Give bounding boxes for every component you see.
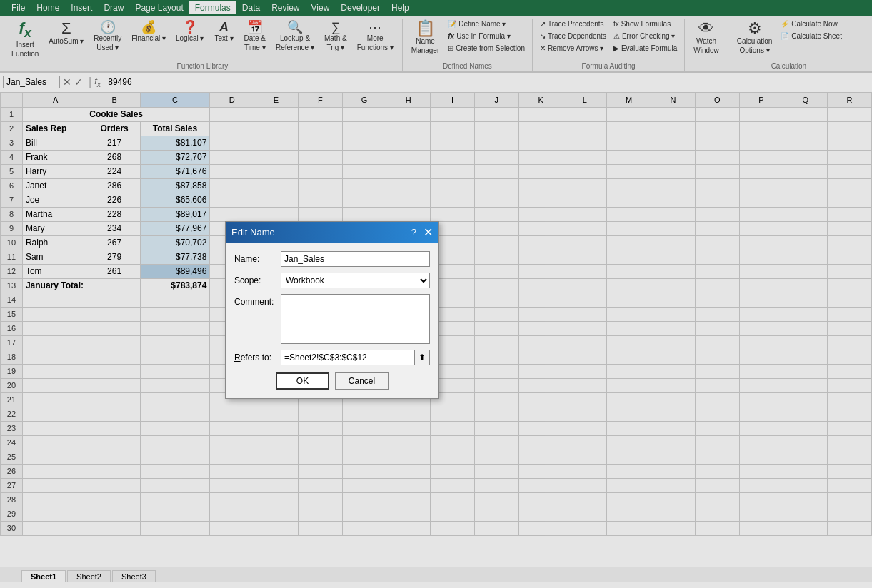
cell-R8[interactable] <box>828 207 872 221</box>
cell-E22[interactable] <box>254 407 299 421</box>
cell-K12[interactable] <box>518 264 563 278</box>
cell-L24[interactable] <box>563 435 607 450</box>
cell-N19[interactable] <box>651 364 696 378</box>
cell-E8[interactable] <box>254 207 299 221</box>
cell-Q7[interactable] <box>783 193 828 207</box>
cell-B26[interactable] <box>89 464 140 478</box>
cell-R21[interactable] <box>828 392 872 407</box>
cell-A16[interactable] <box>22 321 89 335</box>
cell-D27[interactable] <box>210 478 254 492</box>
row-num-14[interactable]: 14 <box>1 293 23 307</box>
cell-D7[interactable] <box>210 193 254 207</box>
cell-K1[interactable] <box>518 107 563 121</box>
cell-N11[interactable] <box>651 250 696 264</box>
cell-B28[interactable] <box>89 492 140 507</box>
cell-M13[interactable] <box>607 278 651 293</box>
col-header-c[interactable]: C <box>140 93 210 107</box>
row-num-5[interactable]: 5 <box>1 164 23 178</box>
cell-I25[interactable] <box>431 450 475 464</box>
cell-C20[interactable] <box>140 378 210 392</box>
cell-L10[interactable] <box>563 235 607 250</box>
cell-B14[interactable] <box>89 293 140 307</box>
cell-D5[interactable] <box>210 164 254 178</box>
cell-C2[interactable]: Total Sales <box>140 121 210 136</box>
cell-Q9[interactable] <box>783 221 828 235</box>
cell-M22[interactable] <box>607 407 651 421</box>
cell-N29[interactable] <box>651 507 696 521</box>
cell-Q5[interactable] <box>783 164 828 178</box>
cell-K23[interactable] <box>518 421 563 435</box>
cell-F24[interactable] <box>298 435 342 450</box>
row-num-10[interactable]: 10 <box>1 235 23 250</box>
cell-Q24[interactable] <box>783 435 828 450</box>
cell-C12[interactable]: $89,496 <box>140 264 210 278</box>
cell-A11[interactable]: Sam <box>22 250 89 264</box>
cell-M20[interactable] <box>607 378 651 392</box>
cell-H26[interactable] <box>386 464 431 478</box>
cell-K21[interactable] <box>518 392 563 407</box>
sheet-tab-3[interactable]: Sheet3 <box>112 570 156 582</box>
cell-M5[interactable] <box>607 164 651 178</box>
text-button[interactable]: A Text ▾ <box>209 19 238 45</box>
cell-C21[interactable] <box>140 392 210 407</box>
cell-N6[interactable] <box>651 178 696 193</box>
cell-N7[interactable] <box>651 193 696 207</box>
modal-refers-input[interactable] <box>281 350 414 365</box>
row-num-8[interactable]: 8 <box>1 207 23 221</box>
cell-E23[interactable] <box>254 421 299 435</box>
cell-R6[interactable] <box>828 178 872 193</box>
cell-C18[interactable] <box>140 350 210 364</box>
cell-Q18[interactable] <box>783 350 828 364</box>
date-time-button[interactable]: 📅 Date &Time ▾ <box>239 19 270 54</box>
calculation-options-button[interactable]: ⚙ CalculationOptions ▾ <box>733 19 776 57</box>
cell-K18[interactable] <box>518 350 563 364</box>
cell-L26[interactable] <box>563 464 607 478</box>
cell-M6[interactable] <box>607 178 651 193</box>
cell-K5[interactable] <box>518 164 563 178</box>
modal-comment-textarea[interactable] <box>281 294 430 344</box>
cell-K13[interactable] <box>518 278 563 293</box>
cell-P10[interactable] <box>739 235 783 250</box>
modal-refers-collapse-button[interactable]: ⬆ <box>414 350 430 365</box>
cell-B25[interactable] <box>89 450 140 464</box>
cell-F22[interactable] <box>298 407 342 421</box>
cell-M8[interactable] <box>607 207 651 221</box>
cell-O12[interactable] <box>695 264 739 278</box>
cell-A22[interactable] <box>22 407 89 421</box>
recently-used-button[interactable]: 🕐 RecentlyUsed ▾ <box>89 19 126 54</box>
cell-C17[interactable] <box>140 335 210 350</box>
cell-M7[interactable] <box>607 193 651 207</box>
cell-E2[interactable] <box>254 121 299 136</box>
cell-B11[interactable]: 279 <box>89 250 140 264</box>
col-header-p[interactable]: P <box>739 93 783 107</box>
row-num-22[interactable]: 22 <box>1 407 23 421</box>
cell-G4[interactable] <box>342 150 386 164</box>
cell-L20[interactable] <box>563 378 607 392</box>
cell-I4[interactable] <box>431 150 475 164</box>
cell-N16[interactable] <box>651 321 696 335</box>
cell-R25[interactable] <box>828 450 872 464</box>
cell-P9[interactable] <box>739 221 783 235</box>
cell-R18[interactable] <box>828 350 872 364</box>
cell-Q11[interactable] <box>783 250 828 264</box>
modal-close-button[interactable]: ✕ <box>424 225 433 239</box>
cell-A23[interactable] <box>22 421 89 435</box>
cell-B3[interactable]: 217 <box>89 136 140 150</box>
cell-O10[interactable] <box>695 235 739 250</box>
cell-K20[interactable] <box>518 378 563 392</box>
cell-E3[interactable] <box>254 136 299 150</box>
row-num-6[interactable]: 6 <box>1 178 23 193</box>
row-num-1[interactable]: 1 <box>1 107 23 121</box>
cell-R29[interactable] <box>828 507 872 521</box>
cell-A13[interactable]: January Total: <box>22 278 89 293</box>
cell-J18[interactable] <box>474 350 518 364</box>
row-num-3[interactable]: 3 <box>1 136 23 150</box>
cell-J17[interactable] <box>474 335 518 350</box>
cell-C23[interactable] <box>140 421 210 435</box>
cell-F25[interactable] <box>298 450 342 464</box>
cell-K22[interactable] <box>518 407 563 421</box>
logical-button[interactable]: ❓ Logical ▾ <box>171 19 208 45</box>
cell-G7[interactable] <box>342 193 386 207</box>
cell-N26[interactable] <box>651 464 696 478</box>
cell-J7[interactable] <box>474 193 518 207</box>
